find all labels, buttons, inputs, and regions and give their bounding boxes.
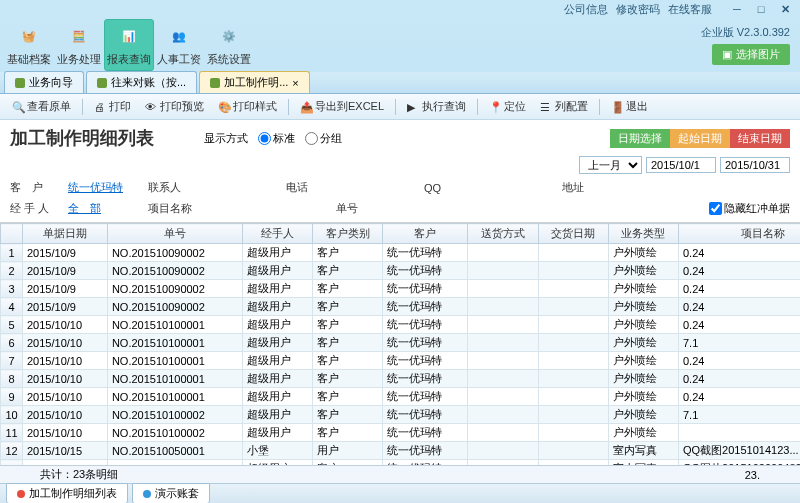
radio-group[interactable]: 分组	[305, 131, 342, 146]
cell[interactable]	[538, 442, 608, 460]
cell[interactable]: 统一优玛特	[383, 388, 468, 406]
col-header[interactable]: 客户	[383, 224, 468, 244]
cell[interactable]	[538, 262, 608, 280]
table-row[interactable]: 42015/10/9NO.201510090002超级用户客户统一优玛特户外喷绘…	[1, 298, 801, 316]
end-date-button[interactable]: 结束日期	[730, 129, 790, 148]
cell[interactable]: NO.201510100001	[107, 352, 242, 370]
close-button[interactable]: ✕	[776, 2, 794, 16]
col-header[interactable]: 经手人	[243, 224, 313, 244]
cell[interactable]: 户外喷绘	[608, 262, 678, 280]
cell[interactable]: NO.201510090002	[107, 280, 242, 298]
cell[interactable]: 0.24	[679, 280, 801, 298]
month-select[interactable]: 上一月	[579, 156, 642, 174]
cell[interactable]	[468, 442, 538, 460]
cell[interactable]	[468, 280, 538, 298]
close-tab-icon[interactable]: ×	[292, 77, 298, 89]
cell[interactable]: 2015/10/10	[23, 334, 108, 352]
toolbar-btn-3[interactable]: 🎨打印样式	[212, 97, 283, 116]
toolbar-btn-2[interactable]: 👁打印预览	[139, 97, 210, 116]
cell[interactable]: 统一优玛特	[383, 244, 468, 262]
cell[interactable]: 客户	[313, 298, 383, 316]
cell[interactable]	[538, 370, 608, 388]
table-row[interactable]: 22015/10/9NO.201510090002超级用户客户统一优玛特户外喷绘…	[1, 262, 801, 280]
cell[interactable]: 统一优玛特	[383, 316, 468, 334]
radio-standard[interactable]: 标准	[258, 131, 295, 146]
hide-red-checkbox[interactable]: 隐藏红冲单据	[709, 201, 790, 216]
handler-value[interactable]: 全 部	[68, 201, 138, 216]
table-row[interactable]: 132015/10/21NO.201510210001超级用户客户统一优玛特室内…	[1, 460, 801, 466]
ribbon-people[interactable]: 👥人事工资	[154, 19, 204, 71]
ribbon-calc[interactable]: 🧮业务处理	[54, 19, 104, 71]
cell[interactable]: 统一优玛特	[383, 262, 468, 280]
toolbar-btn-5[interactable]: ▶执行查询	[401, 97, 472, 116]
cell[interactable]: NO.201510100001	[107, 334, 242, 352]
cell[interactable]: NO.201510090002	[107, 262, 242, 280]
cell[interactable]: 超级用户	[243, 352, 313, 370]
cell[interactable]: 客户	[313, 388, 383, 406]
cell[interactable]	[679, 424, 801, 442]
cell[interactable]	[468, 352, 538, 370]
cell[interactable]	[468, 388, 538, 406]
cell[interactable]	[538, 298, 608, 316]
cell[interactable]: 客户	[313, 316, 383, 334]
cell[interactable]: 2015/10/9	[23, 244, 108, 262]
cell[interactable]	[538, 244, 608, 262]
table-row[interactable]: 92015/10/10NO.201510100001超级用户客户统一优玛特户外喷…	[1, 388, 801, 406]
cell[interactable]: NO.201510100001	[107, 370, 242, 388]
start-date-button[interactable]: 起始日期	[670, 129, 730, 148]
cell[interactable]: 超级用户	[243, 298, 313, 316]
cell[interactable]: 户外喷绘	[608, 388, 678, 406]
cell[interactable]: 客户	[313, 334, 383, 352]
cell[interactable]: 客户	[313, 244, 383, 262]
table-row[interactable]: 82015/10/10NO.201510100001超级用户客户统一优玛特户外喷…	[1, 370, 801, 388]
cell[interactable]: 统一优玛特	[383, 280, 468, 298]
cell[interactable]: 户外喷绘	[608, 334, 678, 352]
cell[interactable]	[468, 316, 538, 334]
cell[interactable]: 超级用户	[243, 370, 313, 388]
col-header[interactable]: 客户类别	[313, 224, 383, 244]
cell[interactable]: 统一优玛特	[383, 406, 468, 424]
cell[interactable]: 超级用户	[243, 244, 313, 262]
link-password[interactable]: 修改密码	[616, 2, 660, 17]
col-header[interactable]: 送货方式	[468, 224, 538, 244]
cell[interactable]: 客户	[313, 262, 383, 280]
cell[interactable]: 室内写真	[608, 442, 678, 460]
table-row[interactable]: 72015/10/10NO.201510100001超级用户客户统一优玛特户外喷…	[1, 352, 801, 370]
ribbon-gear[interactable]: ⚙️系统设置	[204, 19, 254, 71]
cell[interactable]	[468, 370, 538, 388]
cell[interactable]: 0.24	[679, 316, 801, 334]
cell[interactable]: 户外喷绘	[608, 244, 678, 262]
cell[interactable]: 2015/10/10	[23, 352, 108, 370]
cell[interactable]: NO.201510210001	[107, 460, 242, 466]
cell[interactable]: 2015/10/10	[23, 406, 108, 424]
cell[interactable]: QQ图片2015102000482	[679, 460, 801, 466]
bottom-tab-main[interactable]: 加工制作明细列表	[6, 483, 128, 503]
cell[interactable]	[468, 298, 538, 316]
cell[interactable]: 户外喷绘	[608, 316, 678, 334]
cell[interactable]: 2015/10/9	[23, 262, 108, 280]
cell[interactable]: NO.201510100001	[107, 388, 242, 406]
table-row[interactable]: 32015/10/9NO.201510090002超级用户客户统一优玛特户外喷绘…	[1, 280, 801, 298]
cell[interactable]: 统一优玛特	[383, 424, 468, 442]
cell[interactable]	[468, 424, 538, 442]
cell[interactable]: 超级用户	[243, 388, 313, 406]
cell[interactable]: NO.201510100002	[107, 406, 242, 424]
toolbar-btn-0[interactable]: 🔍查看原单	[6, 97, 77, 116]
cell[interactable]: 客户	[313, 280, 383, 298]
cell[interactable]: 室内写真	[608, 460, 678, 466]
cell[interactable]: 7.1	[679, 334, 801, 352]
bottom-tab-demo[interactable]: 演示账套	[132, 483, 210, 503]
table-row[interactable]: 112015/10/10NO.201510100002超级用户客户统一优玛特户外…	[1, 424, 801, 442]
col-header[interactable]: 业务类型	[608, 224, 678, 244]
cell[interactable]: 统一优玛特	[383, 442, 468, 460]
toolbar-btn-7[interactable]: ☰列配置	[534, 97, 594, 116]
cell[interactable]: 0.24	[679, 262, 801, 280]
cell[interactable]: 超级用户	[243, 406, 313, 424]
ribbon-basket[interactable]: 🧺基础档案	[4, 19, 54, 71]
cell[interactable]	[468, 262, 538, 280]
cell[interactable]: 超级用户	[243, 424, 313, 442]
cell[interactable]	[538, 424, 608, 442]
cell[interactable]: 2015/10/10	[23, 316, 108, 334]
tab[interactable]: 业务向导	[4, 71, 84, 93]
ribbon-chart[interactable]: 📊报表查询	[104, 19, 154, 71]
